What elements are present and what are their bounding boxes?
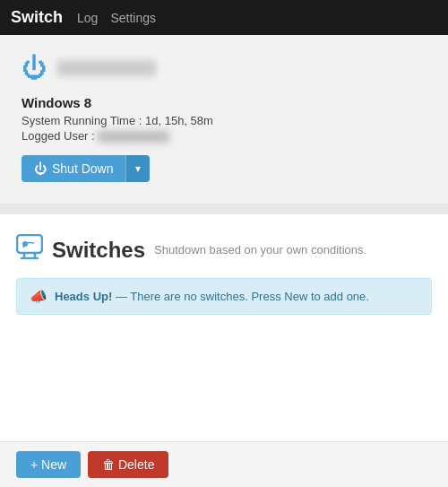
system-info: Windows 8 System Running Time : 1d, 15h,…: [22, 95, 426, 143]
alert-text: Heads Up! — There are no switches. Press…: [55, 290, 369, 303]
navbar-link-settings[interactable]: Settings: [110, 11, 156, 25]
shutdown-button-group: ⏻ Shut Down ▾: [22, 155, 426, 182]
alert-icon: 📣: [30, 288, 47, 305]
new-label: + New: [30, 457, 66, 472]
alert-message: — There are no switches. Press New to ad…: [116, 290, 369, 303]
logged-user-label: Logged User :: [22, 129, 95, 143]
shutdown-power-icon: ⏻: [34, 161, 47, 176]
logged-user: Logged User :: [22, 129, 426, 143]
section-divider: [0, 204, 448, 214]
navbar-link-log[interactable]: Log: [77, 11, 98, 25]
shutdown-dropdown-button[interactable]: ▾: [125, 155, 150, 182]
system-card: ⏻ Windows 8 System Running Time : 1d, 15…: [0, 35, 448, 204]
chevron-down-icon: ▾: [135, 162, 141, 175]
shutdown-button[interactable]: ⏻ Shut Down: [22, 155, 125, 182]
running-time-label: System Running Time :: [22, 114, 142, 127]
running-time-value: 1d, 15h, 58m: [145, 114, 213, 127]
toolbar: + New 🗑 Delete: [0, 441, 448, 487]
power-icon: ⏻: [22, 53, 47, 83]
alert-box: 📣 Heads Up! — There are no switches. Pre…: [16, 278, 432, 315]
delete-label: 🗑 Delete: [102, 457, 154, 472]
delete-button[interactable]: 🗑 Delete: [88, 451, 168, 478]
alert-label: Heads Up!: [55, 290, 112, 303]
navbar: Switch Log Settings: [0, 0, 448, 35]
navbar-brand: Switch: [11, 8, 63, 27]
os-name: Windows 8: [22, 95, 426, 110]
system-name-blurred: [57, 60, 156, 76]
switches-icon: [16, 234, 43, 265]
running-time: System Running Time : 1d, 15h, 58m: [22, 114, 426, 127]
switches-header: Switches Shutdown based on your own cond…: [16, 234, 432, 265]
switches-title: Switches: [52, 238, 145, 263]
switches-section: Switches Shutdown based on your own cond…: [0, 214, 448, 340]
svg-rect-0: [17, 235, 42, 253]
system-header: ⏻: [22, 53, 426, 83]
new-button[interactable]: + New: [16, 451, 81, 478]
shutdown-label: Shut Down: [52, 161, 113, 176]
switches-subtitle: Shutdown based on your own conditions.: [154, 243, 366, 257]
logged-user-value-blurred: [98, 131, 169, 143]
